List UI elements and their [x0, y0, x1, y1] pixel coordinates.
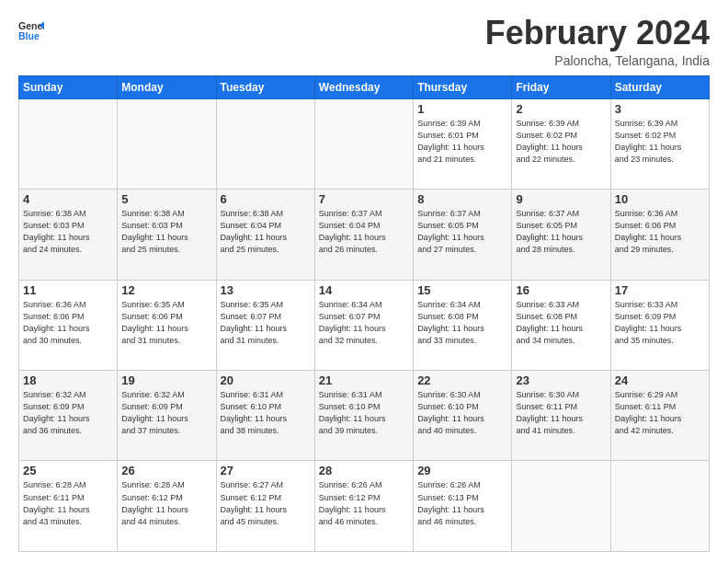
- table-row: 6Sunrise: 6:38 AM Sunset: 6:04 PM Daylig…: [216, 190, 314, 280]
- day-number: 3: [615, 102, 705, 116]
- table-row: 8Sunrise: 6:37 AM Sunset: 6:05 PM Daylig…: [414, 190, 512, 280]
- day-number: 23: [516, 373, 606, 387]
- day-info: Sunrise: 6:37 AM Sunset: 6:04 PM Dayligh…: [319, 208, 409, 256]
- day-number: 26: [121, 464, 211, 477]
- svg-text:Blue: Blue: [18, 30, 40, 41]
- calendar-week-1: 1Sunrise: 6:39 AM Sunset: 6:01 PM Daylig…: [19, 98, 710, 189]
- day-number: 6: [221, 192, 311, 206]
- day-info: Sunrise: 6:30 AM Sunset: 6:10 PM Dayligh…: [417, 389, 507, 437]
- day-info: Sunrise: 6:32 AM Sunset: 6:09 PM Dayligh…: [23, 389, 113, 437]
- col-monday: Monday: [118, 75, 216, 98]
- table-row: 21Sunrise: 6:31 AM Sunset: 6:10 PM Dayli…: [314, 371, 413, 461]
- day-info: Sunrise: 6:38 AM Sunset: 6:03 PM Dayligh…: [23, 208, 113, 256]
- day-number: 21: [319, 373, 409, 387]
- day-number: 4: [23, 192, 113, 206]
- day-info: Sunrise: 6:28 AM Sunset: 6:11 PM Dayligh…: [23, 479, 113, 527]
- day-info: Sunrise: 6:38 AM Sunset: 6:03 PM Dayligh…: [121, 208, 211, 256]
- day-number: 11: [23, 283, 113, 297]
- day-info: Sunrise: 6:34 AM Sunset: 6:08 PM Dayligh…: [417, 299, 507, 347]
- day-info: Sunrise: 6:29 AM Sunset: 6:11 PM Dayligh…: [615, 389, 705, 437]
- logo-icon: General Blue: [18, 18, 44, 44]
- table-row: 13Sunrise: 6:35 AM Sunset: 6:07 PM Dayli…: [216, 280, 314, 370]
- day-info: Sunrise: 6:33 AM Sunset: 6:08 PM Dayligh…: [516, 299, 606, 347]
- table-row: [512, 461, 610, 552]
- day-info: Sunrise: 6:39 AM Sunset: 6:01 PM Dayligh…: [417, 118, 507, 166]
- day-number: 19: [121, 373, 211, 387]
- calendar-week-4: 18Sunrise: 6:32 AM Sunset: 6:09 PM Dayli…: [19, 371, 710, 461]
- table-row: 7Sunrise: 6:37 AM Sunset: 6:04 PM Daylig…: [314, 190, 413, 280]
- day-number: 28: [319, 464, 409, 477]
- table-row: [610, 461, 709, 552]
- table-row: [216, 98, 314, 189]
- col-friday: Friday: [512, 75, 610, 98]
- day-number: 24: [615, 373, 705, 387]
- table-row: 17Sunrise: 6:33 AM Sunset: 6:09 PM Dayli…: [610, 280, 709, 370]
- table-row: [118, 98, 216, 189]
- table-row: [314, 98, 413, 189]
- day-info: Sunrise: 6:37 AM Sunset: 6:05 PM Dayligh…: [516, 208, 606, 256]
- title-area: February 2024 Paloncha, Telangana, India: [485, 15, 710, 68]
- day-info: Sunrise: 6:37 AM Sunset: 6:05 PM Dayligh…: [417, 208, 507, 256]
- day-info: Sunrise: 6:34 AM Sunset: 6:07 PM Dayligh…: [319, 299, 409, 347]
- day-info: Sunrise: 6:30 AM Sunset: 6:11 PM Dayligh…: [516, 389, 606, 437]
- day-number: 17: [615, 283, 705, 297]
- day-number: 2: [516, 102, 606, 116]
- day-number: 29: [417, 464, 507, 477]
- table-row: 11Sunrise: 6:36 AM Sunset: 6:06 PM Dayli…: [19, 280, 118, 370]
- header: General Blue February 2024 Paloncha, Tel…: [18, 15, 710, 68]
- table-row: 22Sunrise: 6:30 AM Sunset: 6:10 PM Dayli…: [414, 371, 512, 461]
- table-row: 10Sunrise: 6:36 AM Sunset: 6:06 PM Dayli…: [610, 190, 709, 280]
- day-info: Sunrise: 6:32 AM Sunset: 6:09 PM Dayligh…: [121, 389, 211, 437]
- day-info: Sunrise: 6:26 AM Sunset: 6:12 PM Dayligh…: [319, 479, 409, 527]
- table-row: 5Sunrise: 6:38 AM Sunset: 6:03 PM Daylig…: [118, 190, 216, 280]
- day-info: Sunrise: 6:33 AM Sunset: 6:09 PM Dayligh…: [615, 299, 705, 347]
- day-number: 20: [221, 373, 311, 387]
- day-info: Sunrise: 6:35 AM Sunset: 6:06 PM Dayligh…: [121, 299, 211, 347]
- day-info: Sunrise: 6:26 AM Sunset: 6:13 PM Dayligh…: [417, 479, 507, 527]
- calendar-week-2: 4Sunrise: 6:38 AM Sunset: 6:03 PM Daylig…: [19, 190, 710, 280]
- table-row: 4Sunrise: 6:38 AM Sunset: 6:03 PM Daylig…: [19, 190, 118, 280]
- table-row: 23Sunrise: 6:30 AM Sunset: 6:11 PM Dayli…: [512, 371, 610, 461]
- day-info: Sunrise: 6:38 AM Sunset: 6:04 PM Dayligh…: [221, 208, 311, 256]
- table-row: 1Sunrise: 6:39 AM Sunset: 6:01 PM Daylig…: [414, 98, 512, 189]
- table-row: 18Sunrise: 6:32 AM Sunset: 6:09 PM Dayli…: [19, 371, 118, 461]
- table-row: 27Sunrise: 6:27 AM Sunset: 6:12 PM Dayli…: [216, 461, 314, 552]
- calendar-week-5: 25Sunrise: 6:28 AM Sunset: 6:11 PM Dayli…: [19, 461, 710, 552]
- table-row: 9Sunrise: 6:37 AM Sunset: 6:05 PM Daylig…: [512, 190, 610, 280]
- table-row: 19Sunrise: 6:32 AM Sunset: 6:09 PM Dayli…: [118, 371, 216, 461]
- day-number: 27: [221, 464, 311, 477]
- day-number: 16: [516, 283, 606, 297]
- location: Paloncha, Telangana, India: [485, 53, 710, 68]
- table-row: 16Sunrise: 6:33 AM Sunset: 6:08 PM Dayli…: [512, 280, 610, 370]
- day-number: 25: [23, 464, 113, 477]
- day-number: 18: [23, 373, 113, 387]
- day-info: Sunrise: 6:28 AM Sunset: 6:12 PM Dayligh…: [121, 479, 211, 527]
- day-number: 1: [417, 102, 507, 116]
- day-number: 13: [221, 283, 311, 297]
- table-row: 28Sunrise: 6:26 AM Sunset: 6:12 PM Dayli…: [314, 461, 413, 552]
- day-number: 5: [121, 192, 211, 206]
- table-row: 24Sunrise: 6:29 AM Sunset: 6:11 PM Dayli…: [610, 371, 709, 461]
- day-number: 14: [319, 283, 409, 297]
- table-row: [19, 98, 118, 189]
- logo: General Blue: [18, 18, 44, 44]
- calendar-week-3: 11Sunrise: 6:36 AM Sunset: 6:06 PM Dayli…: [19, 280, 710, 370]
- table-row: 14Sunrise: 6:34 AM Sunset: 6:07 PM Dayli…: [314, 280, 413, 370]
- table-row: 2Sunrise: 6:39 AM Sunset: 6:02 PM Daylig…: [512, 98, 610, 189]
- day-info: Sunrise: 6:39 AM Sunset: 6:02 PM Dayligh…: [615, 118, 705, 166]
- table-row: 15Sunrise: 6:34 AM Sunset: 6:08 PM Dayli…: [414, 280, 512, 370]
- day-info: Sunrise: 6:31 AM Sunset: 6:10 PM Dayligh…: [221, 389, 311, 437]
- day-info: Sunrise: 6:36 AM Sunset: 6:06 PM Dayligh…: [23, 299, 113, 347]
- day-info: Sunrise: 6:35 AM Sunset: 6:07 PM Dayligh…: [221, 299, 311, 347]
- col-wednesday: Wednesday: [314, 75, 413, 98]
- table-row: 12Sunrise: 6:35 AM Sunset: 6:06 PM Dayli…: [118, 280, 216, 370]
- day-info: Sunrise: 6:39 AM Sunset: 6:02 PM Dayligh…: [516, 118, 606, 166]
- table-row: 3Sunrise: 6:39 AM Sunset: 6:02 PM Daylig…: [610, 98, 709, 189]
- month-title: February 2024: [485, 15, 710, 52]
- table-row: 20Sunrise: 6:31 AM Sunset: 6:10 PM Dayli…: [216, 371, 314, 461]
- day-number: 22: [417, 373, 507, 387]
- calendar-table: Sunday Monday Tuesday Wednesday Thursday…: [18, 75, 710, 552]
- page: General Blue February 2024 Paloncha, Tel…: [0, 0, 728, 563]
- day-number: 9: [516, 192, 606, 206]
- col-tuesday: Tuesday: [216, 75, 314, 98]
